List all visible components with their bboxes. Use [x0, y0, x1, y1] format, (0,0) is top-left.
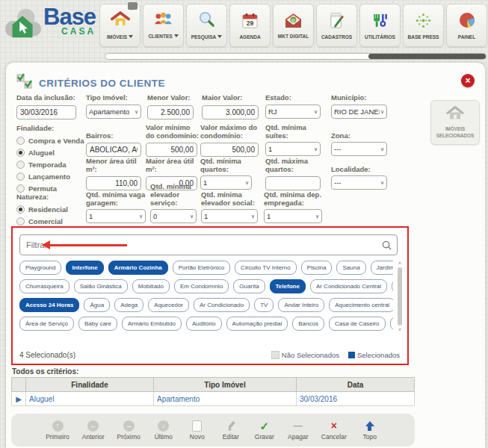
feature-chip[interactable]: Telefone [270, 279, 306, 293]
qtd-max-quartos-input[interactable] [265, 176, 321, 190]
cancel-button[interactable]: × Cancelar [321, 420, 347, 441]
qtd-min-dep-empregada-select[interactable]: 1∨ [264, 209, 322, 223]
feature-chip[interactable]: Churrasqueira [19, 279, 70, 293]
feature-chip[interactable]: Aquecimento central [329, 298, 393, 312]
delete-button[interactable]: — Apagar [288, 420, 309, 441]
feature-chip[interactable]: TV [254, 298, 274, 312]
feature-chip[interactable]: Guarita [233, 279, 265, 293]
logo-text: Base CASA [43, 6, 96, 37]
feature-chip[interactable]: Automação predial [226, 317, 288, 331]
estado-select[interactable]: RJ∨ [265, 105, 321, 119]
qtd-min-elevador-social-select[interactable]: 1∨ [201, 209, 258, 223]
nav-imoveis-button[interactable]: IMÓVEIS [99, 4, 140, 47]
feature-chip[interactable]: Andar Inteiro [278, 298, 324, 312]
municipio-select[interactable]: RIO DE JANEIR∨ [331, 105, 387, 119]
scroll-up-icon[interactable]: ∧ [398, 261, 401, 266]
new-button[interactable]: Novo [187, 420, 208, 441]
feature-chip[interactable]: Sauna [336, 261, 365, 275]
valor-max-condominio-input[interactable] [200, 143, 259, 157]
menor-area-input[interactable] [86, 176, 141, 190]
next-icon: → [123, 420, 135, 432]
feature-chip[interactable]: Bancos [292, 317, 324, 331]
nav-utilitarios-button[interactable]: UTILITÁRIOS [359, 4, 401, 47]
nav-mkt-digital-button[interactable]: @ MKT DIGITAL [273, 4, 314, 47]
first-button[interactable]: ↑ Primeiro [46, 420, 70, 441]
localidade-select[interactable]: ---∨ [331, 175, 387, 190]
feature-chip[interactable]: Mobiliado [132, 279, 170, 293]
feature-chip[interactable]: Acesso 24 Horas [19, 298, 79, 312]
feature-chip[interactable]: Jardim [371, 261, 393, 275]
nav-horizontal-scrollbar[interactable] [105, 53, 487, 60]
feature-chip[interactable]: Auditório [186, 317, 222, 331]
arrow-up-icon [365, 420, 374, 432]
feature-chip[interactable]: Armário Cozinha [108, 261, 168, 275]
nav-pesquisa-button[interactable]: PESQUISA [186, 4, 227, 47]
scrollbar-thumb[interactable] [398, 267, 402, 326]
feature-chip[interactable]: Portão Eletrônico [173, 261, 230, 275]
edit-button[interactable]: Editar [220, 420, 241, 441]
natureza-radio-option[interactable]: Residencial [16, 203, 90, 215]
chevron-down-icon: ∨ [380, 146, 384, 152]
nav-label: PESQUISA [191, 34, 217, 40]
feature-chip[interactable]: Circuito TV Interno [235, 261, 297, 275]
save-button[interactable]: ✓ Gravar [254, 420, 275, 441]
tipo-imovel-select[interactable]: Apartamento∨ [86, 105, 141, 119]
maior-valor-input[interactable] [202, 105, 259, 119]
qtd-min-garagem-select[interactable]: 1∨ [86, 209, 146, 223]
feature-chip[interactable]: Baby care [78, 317, 117, 331]
nav-cadastros-button[interactable]: CADASTROS [316, 4, 357, 47]
next-button[interactable]: → Próximo [117, 420, 140, 441]
feature-chip[interactable]: Ar Condicionado Central [310, 279, 387, 293]
scrollbar-thumb[interactable] [368, 54, 486, 59]
qtd-min-elevador-servico-select[interactable]: 0∨ [150, 209, 197, 223]
feature-chip[interactable]: Caseiro [390, 317, 393, 331]
data-inclusao-input[interactable] [16, 105, 76, 119]
imoveis-selecionados-button[interactable]: IMÓVEIS SELECIONADOS [430, 100, 480, 145]
feature-chip[interactable]: Água [84, 298, 110, 312]
feature-chip[interactable]: TV a cabo [392, 279, 393, 293]
nav-label: PAINEL [458, 34, 475, 40]
finalidade-radio-option[interactable]: Lançamento [16, 170, 90, 182]
chevron-down-icon: ∨ [139, 214, 143, 220]
finalidade-radio-option[interactable]: Aluguel [16, 146, 90, 158]
finalidade-radio-option[interactable]: Compra e Venda [16, 134, 90, 146]
feature-chip[interactable]: Área de Serviço [19, 317, 74, 331]
scroll-down-icon[interactable]: ∨ [398, 327, 401, 332]
previous-button[interactable]: ← Anterior [82, 420, 105, 441]
chips-scrollbar[interactable]: ∧ ∨ [395, 261, 404, 332]
selection-summary: 4 Selecionado(s) Não Selecionados Seleci… [19, 351, 400, 359]
qtd-min-suites-select[interactable]: 1∨ [265, 142, 321, 156]
feature-chip[interactable]: Salão Ginástica [74, 279, 128, 293]
menor-valor-input[interactable] [147, 105, 194, 119]
bairros-input[interactable] [86, 143, 141, 157]
nav-agenda-button[interactable]: 29 AGENDA [229, 4, 271, 47]
selected-swatch-icon [348, 352, 355, 358]
finalidade-group: Finalidade: Compra e Venda Aluguel Tempo… [16, 124, 90, 194]
feature-chip[interactable]: Em Condomínio [174, 279, 229, 293]
nav-label: CLIENTES [148, 34, 172, 39]
cancel-x-icon: × [331, 420, 337, 432]
feature-chip[interactable]: Casa de Caseiro [329, 317, 386, 331]
feature-chip[interactable]: Interfone [66, 261, 103, 275]
table-row[interactable]: ▶ Aluguel Apartamento 30/03/2016 [12, 392, 415, 406]
feature-chip[interactable]: Piscina [301, 261, 333, 275]
feature-chip[interactable]: Playground [19, 261, 61, 275]
nav-base-press-button[interactable]: BASE PRESS [403, 4, 444, 47]
zona-select[interactable]: ---∨ [331, 142, 387, 156]
nav-label: UTILITÁRIOS [365, 34, 395, 40]
feature-chip[interactable]: Aquecedor [148, 298, 189, 312]
nav-painel-button[interactable]: PAINEL [446, 4, 487, 47]
natureza-radio-option[interactable]: Comercial [16, 215, 90, 227]
nav-clientes-button[interactable]: CLIENTES [143, 4, 184, 47]
nav-label: IMÓVEIS [107, 34, 127, 40]
feature-chip[interactable]: Armário Embutido [122, 317, 182, 331]
feature-chip[interactable]: Ar Condicionado [194, 298, 250, 312]
qtd-min-quartos-select[interactable]: 1∨ [200, 175, 252, 190]
close-button[interactable]: × [461, 74, 475, 87]
feature-chip[interactable]: Adega [114, 298, 143, 312]
radio-icon [16, 184, 25, 193]
last-button[interactable]: ↓ Último [153, 420, 174, 441]
finalidade-radio-option[interactable]: Temporada [16, 158, 90, 170]
top-button[interactable]: Topo [359, 420, 380, 441]
valor-min-condominio-input[interactable] [146, 143, 197, 157]
